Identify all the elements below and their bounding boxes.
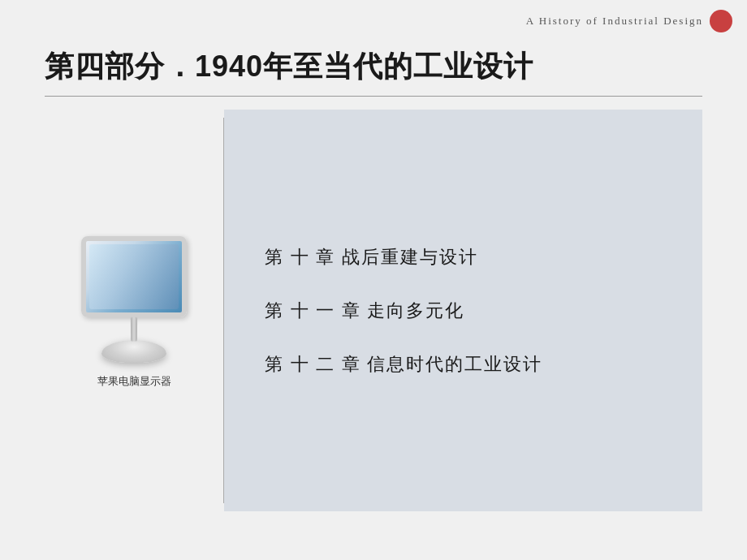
main-title: 第四部分．1940年至当代的工业设计 (45, 47, 533, 87)
header-circle-decoration (710, 10, 732, 32)
imac-illustration (69, 233, 199, 363)
image-caption: 苹果电脑显示器 (97, 374, 171, 389)
header-text: A History of Industrial Design (526, 15, 703, 28)
chapter-item-2: 第 十 一 章 走向多元化 (265, 284, 662, 338)
imac-neck (131, 317, 137, 341)
content-area: 苹果电脑显示器 第 十 章 战后重建与设计 第 十 一 章 走向多元化 第 十 … (45, 110, 702, 511)
right-panel: 第 十 章 战后重建与设计 第 十 一 章 走向多元化 第 十 二 章 信息时代… (224, 110, 702, 511)
imac-base (101, 340, 166, 363)
title-divider (45, 96, 702, 97)
imac-screen (81, 236, 187, 317)
chapter-item-3: 第 十 二 章 信息时代的工业设计 (265, 338, 662, 391)
left-panel: 苹果电脑显示器 (45, 110, 223, 511)
slide-container: A History of Industrial Design 第四部分．1940… (0, 0, 747, 560)
chapter-item-1: 第 十 章 战后重建与设计 (265, 230, 662, 284)
header-area: A History of Industrial Design (526, 0, 747, 32)
